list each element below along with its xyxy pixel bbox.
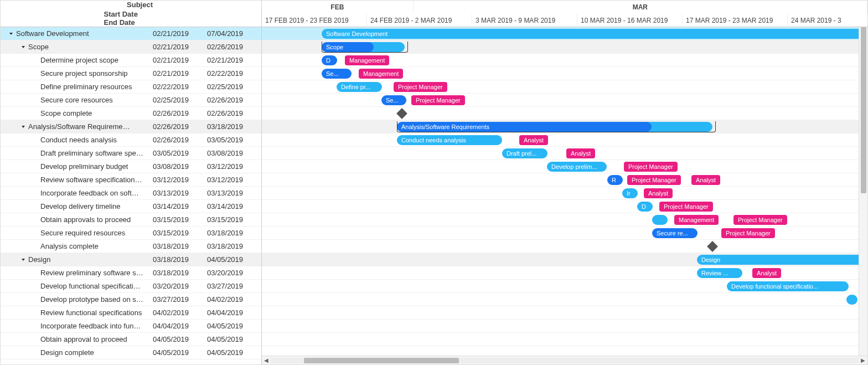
task-rows: Software Development02/21/201907/04/2019… [1, 27, 261, 364]
task-bar[interactable]: R [607, 175, 623, 185]
end-date: 03/08/2019 [207, 149, 261, 157]
resource-tag: Project Manager [411, 95, 465, 105]
task-bar[interactable]: Conduct needs analysis [397, 135, 502, 145]
task-bar[interactable]: Develop prelim... [547, 162, 607, 172]
subject-text: Obtain approvals to proceed [40, 215, 131, 224]
scroll-track[interactable] [271, 358, 859, 363]
end-date: 03/12/2019 [207, 176, 261, 184]
start-date: 03/18/2019 [153, 255, 207, 264]
task-row[interactable]: Develop functional specifications03/20/2… [1, 280, 261, 293]
timeline-row [262, 240, 867, 253]
task-row[interactable]: Draft preliminary software specification… [1, 147, 261, 160]
start-date: 04/05/2019 [153, 335, 207, 343]
timeline-row: DManagement [262, 54, 867, 67]
task-row[interactable]: Design complete04/05/201904/05/2019 [1, 346, 261, 359]
end-date: 02/22/2019 [207, 69, 261, 78]
task-bar[interactable]: Se... [381, 95, 406, 105]
task-bar[interactable]: Ir [622, 188, 638, 198]
col-header-end[interactable]: End Date [104, 18, 158, 27]
task-row[interactable]: Design03/18/201904/05/2019 [1, 253, 261, 266]
task-bar[interactable]: Draft prel... [502, 148, 547, 158]
task-row[interactable]: Obtain approvals to proceed03/15/201903/… [1, 213, 261, 227]
task-row[interactable]: Determine project scope02/21/201902/21/2… [1, 54, 261, 67]
vscroll-thumb[interactable] [861, 27, 866, 193]
bracket [397, 121, 716, 132]
start-date: 02/26/2019 [153, 109, 207, 117]
collapse-icon[interactable] [8, 31, 14, 37]
resource-tag: Management [359, 69, 403, 79]
end-date: 02/26/2019 [207, 109, 261, 117]
task-row[interactable]: Review functional specifications04/02/20… [1, 306, 261, 320]
task-row[interactable]: Review preliminary software specificatio… [1, 266, 261, 280]
task-row[interactable]: Define preliminary resources02/22/201902… [1, 80, 261, 94]
task-bar[interactable]: Define pr... [337, 82, 382, 92]
scroll-left-icon[interactable]: ◀ [262, 356, 271, 365]
task-row[interactable]: Analysis complete03/18/201903/18/2019 [1, 240, 261, 253]
timeline-row [262, 320, 867, 333]
task-row[interactable]: Secure core resources02/25/201902/26/201… [1, 94, 261, 107]
col-header-start[interactable]: Start Date [104, 10, 158, 18]
scroll-thumb[interactable] [304, 358, 459, 363]
start-date: 03/12/2019 [153, 176, 207, 184]
task-row[interactable]: Incorporate feedback into functional04/0… [1, 320, 261, 333]
task-row[interactable]: Software Development02/21/201907/04/2019 [1, 27, 261, 40]
week-header: 17 MAR 2019 - 23 MAR 2019 [683, 14, 788, 27]
scroll-right-icon[interactable]: ▶ [859, 356, 867, 365]
task-bar[interactable] [846, 295, 857, 305]
task-row[interactable]: Incorporate feedback on software03/13/20… [1, 187, 261, 200]
subject-text: Develop prototype based on specs [40, 295, 143, 304]
timeline-row: Conduct needs analysisAnalyst [262, 133, 867, 147]
subject-text: Determine project scope [40, 56, 118, 64]
end-date: 04/02/2019 [207, 295, 261, 304]
end-date: 03/18/2019 [207, 242, 261, 250]
task-row[interactable]: Scope complete02/26/201902/26/2019 [1, 107, 261, 120]
subject-cell: Review functional specifications [1, 309, 153, 317]
task-row[interactable]: Scope02/21/201902/26/2019 [1, 40, 261, 54]
task-row[interactable]: Secure required resources03/15/201903/18… [1, 227, 261, 240]
task-bar[interactable]: D [322, 55, 337, 65]
week-header: 17 FEB 2019 - 23 FEB 2019 [262, 14, 367, 27]
resource-tag: Analyst [519, 135, 548, 145]
task-row[interactable]: Analysis/Software Requirements02/26/2019… [1, 120, 261, 133]
end-date: 03/18/2019 [207, 122, 261, 131]
task-bar[interactable]: Review ... [697, 268, 742, 278]
end-date: 02/26/2019 [207, 43, 261, 51]
subject-cell: Analysis/Software Requirements [1, 122, 153, 131]
task-bar[interactable]: Se... [322, 69, 352, 79]
task-bar[interactable]: D [637, 202, 653, 212]
vertical-scrollbar[interactable] [859, 27, 867, 356]
subject-text: Software Development [16, 29, 89, 38]
month-header: MAR [414, 1, 867, 14]
milestone-marker[interactable] [396, 108, 407, 119]
task-bar[interactable]: Develop functional specificatio... [727, 281, 849, 291]
resource-tag: Project Manager [394, 82, 447, 92]
end-date: 03/20/2019 [207, 269, 261, 277]
bracket [322, 42, 408, 53]
subject-text: Scope [28, 43, 49, 51]
col-header-subject[interactable]: Subject [109, 1, 153, 10]
milestone-marker[interactable] [707, 241, 718, 252]
task-row[interactable]: Develop preliminary budget03/08/201903/1… [1, 160, 261, 173]
task-row[interactable]: Obtain approval to proceed04/05/201904/0… [1, 333, 261, 346]
collapse-icon[interactable] [20, 124, 26, 130]
subject-cell: Develop functional specifications [1, 282, 153, 290]
horizontal-scrollbar[interactable]: ◀ ▶ [262, 356, 867, 364]
task-row[interactable]: Conduct needs analysis02/26/201903/05/20… [1, 133, 261, 147]
week-header: 10 MAR 2019 - 16 MAR 2019 [577, 14, 683, 27]
end-date: 03/13/2019 [207, 189, 261, 197]
task-row[interactable]: Secure project sponsorship02/21/201902/2… [1, 67, 261, 80]
task-row[interactable]: Review software specifications/budget03/… [1, 173, 261, 187]
subject-cell: Secure project sponsorship [1, 69, 153, 78]
start-date: 03/14/2019 [153, 202, 207, 210]
task-row[interactable]: Develop prototype based on specs03/27/20… [1, 293, 261, 306]
collapse-icon[interactable] [20, 44, 26, 50]
month-header: FEB [262, 1, 414, 14]
task-bar[interactable]: Secure re... [652, 228, 698, 238]
task-row[interactable]: Develop delivery timeline03/14/201903/14… [1, 200, 261, 213]
collapse-icon[interactable] [20, 257, 26, 263]
timeline-row [262, 107, 867, 120]
task-bar[interactable] [652, 215, 668, 225]
month-row: FEBMAR [262, 1, 867, 14]
timeline-body[interactable]: Software DevelopmentScopeDManagementSe..… [262, 27, 867, 356]
subject-text: Analysis complete [40, 242, 99, 250]
